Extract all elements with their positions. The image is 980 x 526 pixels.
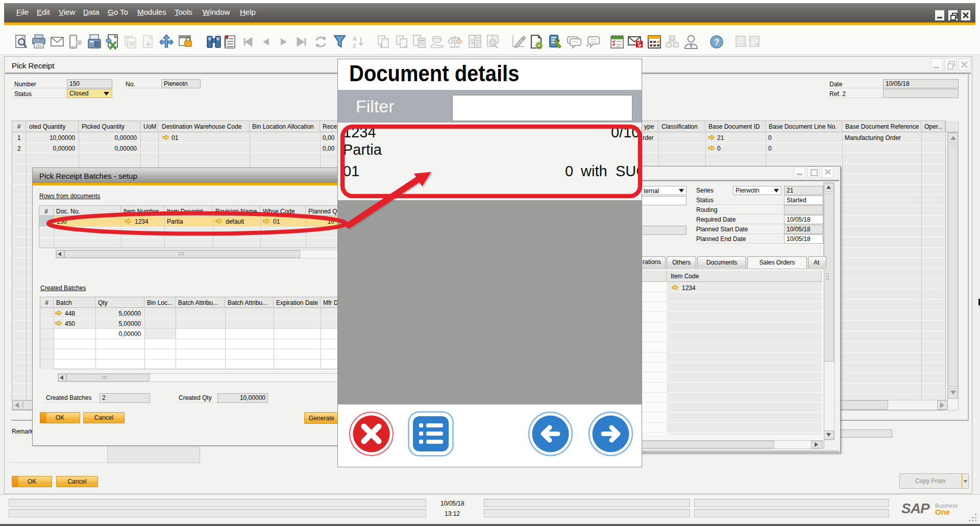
svg-text:$: $ <box>470 38 474 46</box>
svg-text:W: W <box>129 40 135 47</box>
svg-text:?: ? <box>714 37 719 47</box>
svg-text:Z: Z <box>353 43 356 49</box>
svg-text:A: A <box>353 36 357 42</box>
